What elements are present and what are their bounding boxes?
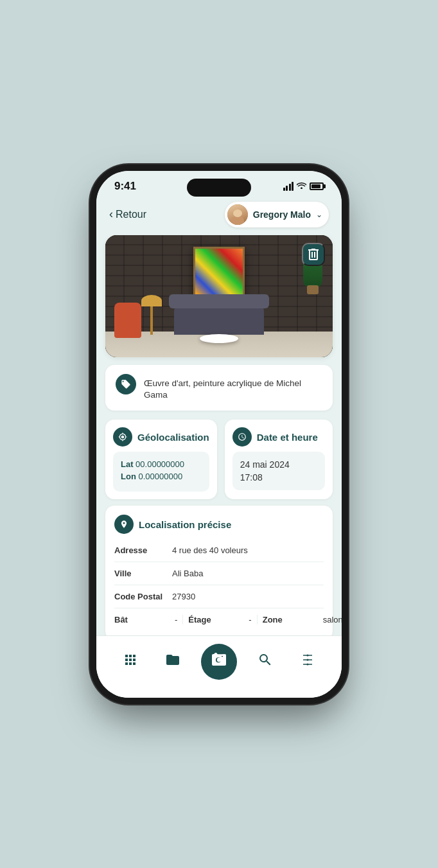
lamp [150, 303, 153, 335]
phone-shell: 9:41 ‹ Ret [96, 171, 342, 698]
geo-card: Géolocalisation Lat 00.00000000 Lon 0.00… [105, 420, 217, 499]
zone-value: salon [323, 615, 342, 624]
status-time: 9:41 [114, 180, 136, 193]
date-title: Date et heure [257, 432, 318, 443]
nav-search[interactable] [251, 648, 279, 676]
bottom-nav [96, 635, 342, 698]
address-value: 4 rue des 40 voleurs [172, 545, 248, 555]
pin-icon [119, 520, 128, 529]
lat-line: Lat 00.00000000 [121, 459, 202, 469]
date-header: Date et heure [232, 427, 325, 447]
user-pill[interactable]: Gregory Malo ⌄ [225, 202, 329, 227]
back-button[interactable]: ‹ Retour [109, 208, 146, 221]
bat-label: Bât [114, 615, 172, 624]
time-value: 17:08 [240, 472, 317, 483]
date-card: Date et heure 24 mai 2024 17:08 [225, 420, 333, 499]
geo-title: Géolocalisation [137, 432, 209, 443]
nav-apps[interactable] [116, 648, 145, 676]
clock-svg [238, 432, 247, 441]
ville-value: Ali Baba [172, 569, 203, 578]
postal-row: Code Postal 27930 [114, 585, 324, 608]
search-icon [258, 652, 273, 671]
address-label: Adresse [114, 545, 172, 555]
etage-label: Étage [188, 615, 246, 624]
bat-segment: Bât - [114, 615, 183, 624]
back-label: Retour [116, 209, 146, 220]
user-name: Gregory Malo [253, 209, 311, 220]
location-icon [114, 515, 134, 534]
signal-icon [283, 182, 294, 191]
extra-row: Bât - Étage - Zone salon [114, 608, 324, 631]
description-text: Œuvre d'art, peinture acrylique de Miche… [144, 374, 322, 402]
location-table: Adresse 4 rue des 40 voleurs Ville Ali B… [114, 539, 324, 631]
address-row: Adresse 4 rue des 40 voleurs [114, 539, 324, 562]
coffee-table [200, 334, 238, 343]
tag-icon [121, 379, 131, 389]
location-target-icon [118, 432, 127, 441]
clock-icon [232, 427, 252, 447]
header: ‹ Retour Gregory Malo ⌄ [96, 197, 342, 235]
nav-folder[interactable] [159, 648, 187, 676]
chevron-left-icon: ‹ [109, 208, 113, 221]
postal-value: 27930 [172, 592, 195, 601]
menu-icon [300, 652, 315, 671]
ville-label: Ville [114, 569, 172, 578]
battery-icon [310, 182, 324, 190]
chevron-down-icon: ⌄ [316, 210, 322, 219]
status-icons [283, 181, 324, 191]
sofa [174, 306, 264, 335]
location-header: Localisation précise [114, 515, 324, 534]
geo-data: Lat 00.00000000 Lon 0.00000000 [113, 452, 209, 492]
ville-row: Ville Ali Baba [114, 562, 324, 585]
geo-icon [113, 427, 132, 447]
zone-segment: Zone salon [263, 615, 342, 624]
wifi-icon [297, 181, 306, 191]
info-row: Géolocalisation Lat 00.00000000 Lon 0.00… [105, 420, 333, 499]
chair [114, 303, 141, 338]
description-card: Œuvre d'art, peinture acrylique de Miche… [105, 365, 333, 411]
lon-line: Lon 0.00000000 [121, 472, 202, 481]
postal-label: Code Postal [114, 592, 172, 601]
bat-value: - [175, 615, 177, 624]
location-section: Localisation précise Adresse 4 rue des 4… [105, 506, 333, 635]
phone-screen: 9:41 ‹ Ret [96, 171, 342, 698]
delete-button[interactable] [302, 243, 325, 266]
nav-menu[interactable] [293, 648, 322, 676]
image-card [105, 235, 333, 357]
geo-header: Géolocalisation [113, 427, 209, 447]
etage-value: - [249, 615, 251, 624]
trash-icon [308, 249, 319, 260]
apps-icon [123, 652, 138, 671]
avatar [227, 204, 248, 225]
folder-icon [165, 652, 180, 671]
description-icon [116, 374, 136, 394]
etage-segment: Étage - [188, 615, 257, 624]
camera-plus-icon [211, 652, 227, 671]
nav-camera[interactable] [201, 644, 237, 680]
dynamic-island [187, 179, 251, 197]
date-value: 24 mai 2024 [240, 459, 317, 470]
location-title: Localisation précise [139, 519, 231, 530]
zone-label: Zone [263, 615, 320, 624]
scroll-content: Œuvre d'art, peinture acrylique de Miche… [96, 235, 342, 635]
date-data: 24 mai 2024 17:08 [232, 452, 325, 490]
room-image [105, 235, 333, 357]
